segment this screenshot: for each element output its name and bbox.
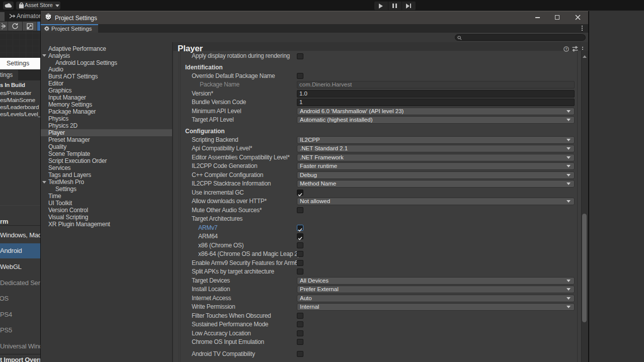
svg-text:?: ? — [565, 47, 568, 51]
